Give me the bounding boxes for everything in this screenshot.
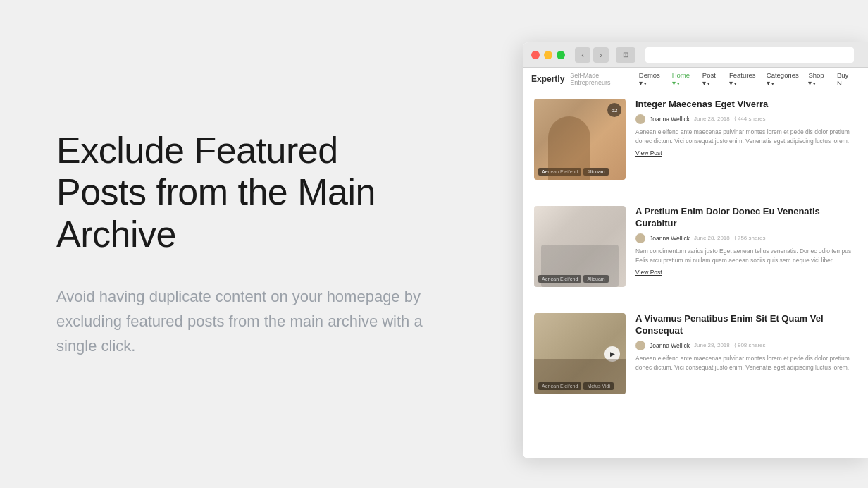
dot-green[interactable] xyxy=(557,51,565,59)
dot-yellow[interactable] xyxy=(544,51,552,59)
site-nav: Expertly Self-Made Entrepreneurs Demos ▾… xyxy=(523,68,868,90)
tag-3-1: Aenean Eleifend xyxy=(538,382,581,390)
nav-demos[interactable]: Demos ▾ xyxy=(636,70,667,88)
author-name-2: Joanna Wellick xyxy=(650,235,690,242)
post-meta-1: Joanna Wellick June 28, 2018 ⟨ 444 share… xyxy=(636,114,857,124)
post-title-2: A Pretium Enim Dolor Donec Eu Venenatis … xyxy=(636,206,857,230)
tab-button[interactable]: ⊡ xyxy=(616,47,636,63)
nav-buy[interactable]: Buy N... xyxy=(833,70,860,88)
post-tags-2: Aenean Eleifend Aliquam xyxy=(538,275,609,283)
tag-3-2: Metus Vidi xyxy=(583,382,614,390)
browser-nav: ‹ › xyxy=(575,47,609,63)
post-date-1: June 28, 2018 xyxy=(694,116,730,122)
post-image-1: Aenean Eleifend Aliquam 62 xyxy=(534,99,626,180)
browser-content: Aenean Eleifend Aliquam 62 Integer Maece… xyxy=(523,90,868,458)
post-excerpt-2: Nam condimentum varius justo Eget aenean… xyxy=(636,247,857,265)
view-post-btn-1[interactable]: View Post xyxy=(636,150,857,157)
author-name-3: Joanna Wellick xyxy=(650,342,690,349)
post-tags-1: Aenean Eleifend Aliquam xyxy=(538,168,609,176)
back-button[interactable]: ‹ xyxy=(575,47,590,63)
tag-2-1: Aenean Eleifend xyxy=(538,275,581,283)
nav-categories[interactable]: Categories ▾ xyxy=(763,70,804,88)
post-card-2: Aenean Eleifend Aliquam A Pretium Enim D… xyxy=(534,206,857,300)
play-icon[interactable]: ▶ xyxy=(604,346,620,362)
site-logo: Expertly xyxy=(531,74,564,84)
author-avatar-2 xyxy=(636,233,645,243)
nav-home[interactable]: Home ▾ xyxy=(669,70,698,88)
nav-post[interactable]: Post ▾ xyxy=(699,70,724,88)
post-shares-2: ⟨ 756 shares xyxy=(734,235,766,241)
address-bar[interactable] xyxy=(645,47,854,63)
author-avatar-3 xyxy=(636,341,645,350)
post-badge-1: 62 xyxy=(607,103,621,117)
browser-chrome: ‹ › ⊡ xyxy=(523,42,868,68)
post-card-3: Aenean Eleifend Metus Vidi ▶ A Vivamus P… xyxy=(534,313,857,407)
post-shares-1: ⟨ 444 shares xyxy=(734,116,766,122)
dot-red[interactable] xyxy=(531,51,540,59)
post-info-3: A Vivamus Penatibus Enim Sit Et Quam Vel… xyxy=(636,313,857,394)
forward-button[interactable]: › xyxy=(593,47,609,63)
post-title-1: Integer Maecenas Eget Viverra xyxy=(636,99,857,111)
left-panel: Exclude Featured Posts from the Main Arc… xyxy=(0,87,479,401)
post-tags-3: Aenean Eleifend Metus Vidi xyxy=(538,382,614,390)
nav-features[interactable]: Features ▾ xyxy=(726,70,762,88)
post-image-2: Aenean Eleifend Aliquam xyxy=(534,206,626,287)
site-tagline: Self-Made Entrepreneurs xyxy=(570,72,626,86)
post-shares-3: ⟨ 808 shares xyxy=(734,342,766,348)
post-meta-2: Joanna Wellick June 28, 2018 ⟨ 756 share… xyxy=(636,233,857,243)
post-info-2: A Pretium Enim Dolor Donec Eu Venenatis … xyxy=(636,206,857,287)
post-date-3: June 28, 2018 xyxy=(694,342,730,348)
post-excerpt-1: Aenean eleifend ante maecenas pulvinar m… xyxy=(636,128,857,146)
tag-1-1: Aenean Eleifend xyxy=(538,168,581,176)
post-info-1: Integer Maecenas Eget Viverra Joanna Wel… xyxy=(636,99,857,180)
post-image-3: Aenean Eleifend Metus Vidi ▶ xyxy=(534,313,626,394)
post-date-2: June 28, 2018 xyxy=(694,235,730,241)
author-name-1: Joanna Wellick xyxy=(650,116,690,123)
page-subtext: Avoid having duplicate content on your h… xyxy=(56,284,423,359)
post-card-1: Aenean Eleifend Aliquam 62 Integer Maece… xyxy=(534,99,857,193)
nav-shop[interactable]: Shop ▾ xyxy=(805,70,832,88)
post-title-3: A Vivamus Penatibus Enim Sit Et Quam Vel… xyxy=(636,313,857,337)
tag-2-2: Aliquam xyxy=(583,275,608,283)
page-heading: Exclude Featured Posts from the Main Arc… xyxy=(56,130,423,256)
post-meta-3: Joanna Wellick June 28, 2018 ⟨ 808 share… xyxy=(636,341,857,350)
browser-window: ‹ › ⊡ Expertly Self-Made Entrepreneurs D… xyxy=(523,42,868,458)
post-excerpt-3: Aenean eleifend ante maecenas pulvinar m… xyxy=(636,354,857,372)
author-avatar-1 xyxy=(636,114,645,124)
view-post-btn-2[interactable]: View Post xyxy=(636,269,857,276)
tag-1-2: Aliquam xyxy=(583,168,608,176)
